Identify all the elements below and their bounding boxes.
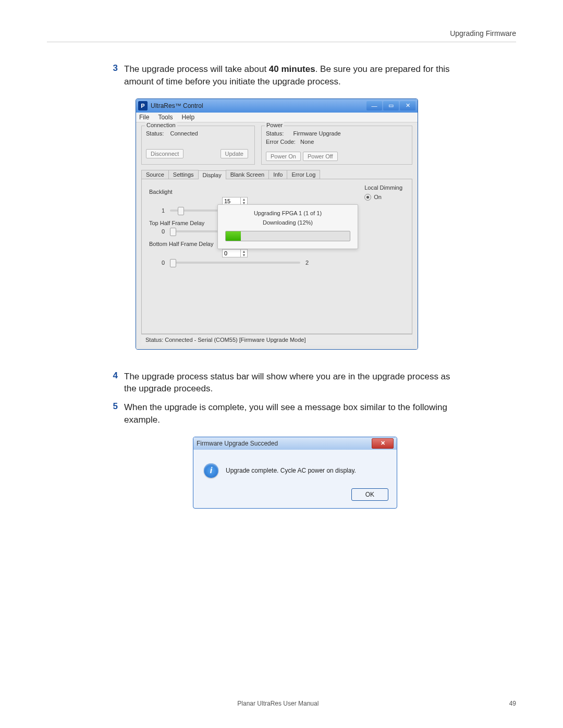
step-4-number: 4	[104, 371, 118, 396]
firmware-success-dialog: Firmware Upgrade Succeded ✕ i Upgrade co…	[193, 437, 397, 509]
dialog-close-button[interactable]: ✕	[372, 438, 394, 449]
maximize-button[interactable]: ▭	[383, 101, 399, 110]
tab-info[interactable]: Info	[268, 170, 287, 179]
power-on-button[interactable]: Power On	[266, 152, 301, 161]
step-4-text: The upgrade process status bar will show…	[124, 371, 464, 396]
progress-line-2: Downloading (12%)	[225, 219, 350, 226]
info-icon: i	[204, 463, 218, 478]
menu-bar: File Tools Help	[136, 113, 418, 122]
dialog-titlebar[interactable]: Firmware Upgrade Succeded ✕	[193, 437, 397, 450]
progress-line-1: Upgrading FPGA 1 (1 of 1)	[225, 210, 350, 216]
bottom-half-spinner[interactable]: ▲▼	[222, 249, 248, 257]
step-5-text: When the upgrade is complete, you will s…	[124, 401, 464, 426]
ok-button[interactable]: OK	[351, 488, 388, 501]
tab-settings[interactable]: Settings	[168, 170, 199, 179]
local-dimming-on-label: On	[374, 194, 382, 200]
error-code-value: None	[300, 139, 314, 145]
power-status-value: Firmware Upgrade	[293, 130, 341, 137]
progress-bar	[225, 231, 350, 241]
error-code-label: Error Code:	[266, 139, 296, 145]
window-titlebar[interactable]: P UltraRes™ Control — ▭ ✕	[136, 99, 418, 113]
close-button[interactable]: ✕	[400, 101, 415, 110]
tab-display[interactable]: Display	[198, 170, 226, 179]
step-5-number: 5	[104, 401, 118, 426]
footer-manual-title: Planar UltraRes User Manual	[237, 700, 319, 707]
bottom-half-tick-right: 2	[305, 260, 316, 266]
dialog-message: Upgrade complete. Cycle AC power on disp…	[226, 467, 356, 474]
local-dimming-on-radio[interactable]: On	[364, 194, 402, 201]
minimize-button[interactable]: —	[366, 101, 382, 110]
power-group-label: Power	[265, 122, 284, 128]
tab-source[interactable]: Source	[141, 170, 169, 179]
menu-help[interactable]: Help	[181, 114, 194, 121]
spinner-arrows-icon[interactable]: ▲▼	[240, 198, 247, 205]
tab-error-log[interactable]: Error Log	[287, 170, 320, 179]
connection-status-label: Status:	[146, 130, 164, 137]
tab-blank-screen[interactable]: Blank Screen	[226, 170, 269, 179]
bottom-half-slider[interactable]	[170, 262, 300, 264]
step-3-part-a: The upgrade process will take about	[124, 64, 269, 74]
local-dimming-label: Local Dimming	[364, 184, 402, 191]
menu-tools[interactable]: Tools	[158, 114, 173, 121]
menu-file[interactable]: File	[139, 114, 149, 121]
page-number: 49	[509, 700, 516, 707]
step-3-bold: 40 minutes	[269, 64, 315, 74]
dialog-title: Firmware Upgrade Succeded	[197, 440, 372, 447]
backlight-tick: 1	[154, 207, 165, 214]
upgrade-progress-popup: Upgrading FPGA 1 (1 of 1) Downloading (1…	[217, 204, 358, 249]
power-status-label: Status:	[266, 130, 284, 137]
radio-dot-icon	[364, 194, 371, 201]
bottom-half-tick-left: 0	[154, 260, 165, 266]
app-icon: P	[138, 101, 148, 110]
status-bar: Status: Connected - Serial (COM55) [Firm…	[141, 334, 412, 345]
disconnect-button[interactable]: Disconnect	[146, 149, 183, 158]
connection-group-label: Connection	[145, 122, 177, 128]
power-off-button[interactable]: Power Off	[303, 152, 338, 161]
backlight-spin-input[interactable]	[223, 198, 240, 205]
page-header: Upgrading Firmware	[47, 29, 516, 42]
spinner-arrows-icon[interactable]: ▲▼	[240, 250, 247, 257]
top-half-tick: 0	[154, 228, 165, 235]
update-button[interactable]: Update	[221, 149, 248, 158]
step-3-number: 3	[104, 63, 118, 88]
bottom-half-spin-input[interactable]	[223, 250, 240, 257]
ultrares-control-window: P UltraRes™ Control — ▭ ✕ File Tools Hel…	[136, 98, 418, 350]
connection-status-value: Connected	[170, 130, 198, 137]
window-title: UltraRes™ Control	[151, 102, 365, 109]
step-3-text: The upgrade process will take about 40 m…	[124, 63, 464, 88]
